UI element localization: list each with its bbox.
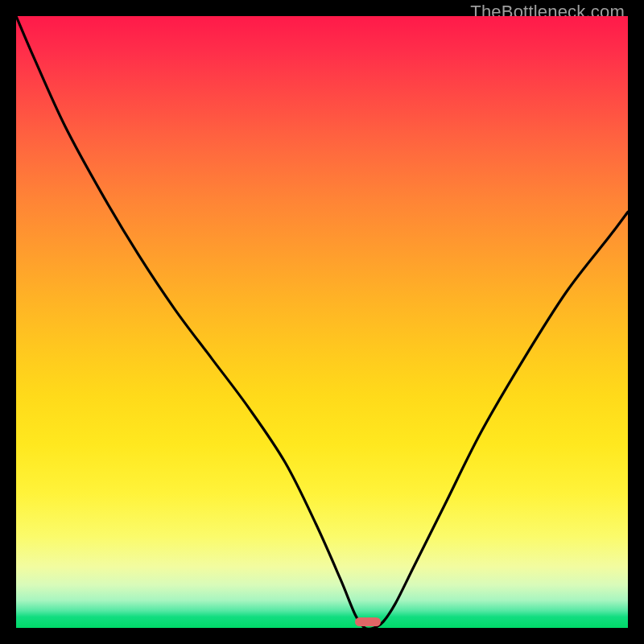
optimal-marker [355,617,381,626]
chart-frame: TheBottleneck.com [0,0,644,644]
plot-area [16,16,628,628]
bottleneck-curve [16,16,628,628]
